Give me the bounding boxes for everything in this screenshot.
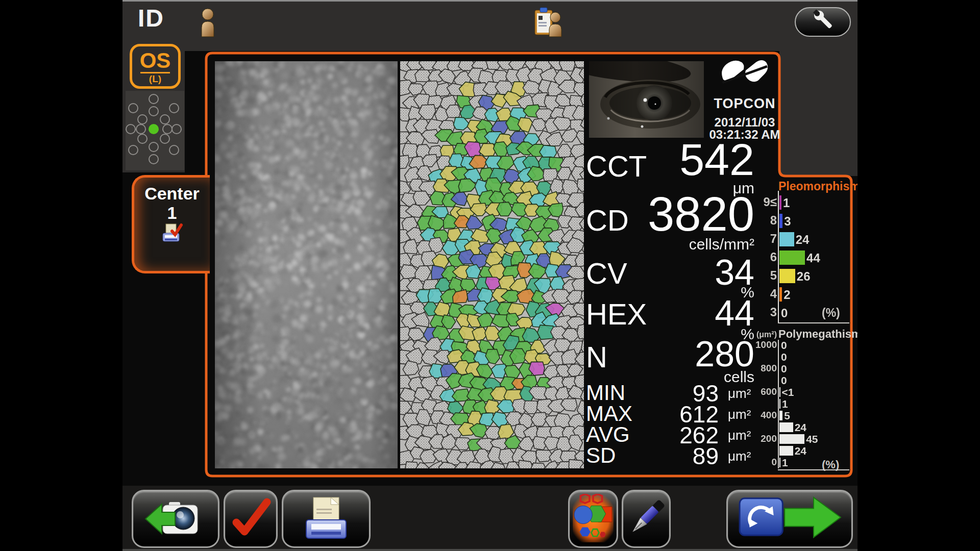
tab-label: Center bbox=[134, 184, 210, 204]
polymegathism-bar-value: 0 bbox=[781, 339, 787, 352]
pleomorphism-bar bbox=[779, 251, 805, 265]
printer-icon bbox=[298, 494, 354, 542]
measure-unit: μm² bbox=[728, 428, 751, 443]
pleomorphism-tick: 6 bbox=[755, 251, 777, 264]
pleomorphism-tick: 4 bbox=[755, 287, 777, 300]
polymegathism-tick: 600 bbox=[755, 387, 777, 397]
polymegathism-x-axis bbox=[778, 469, 849, 470]
annotate-button[interactable] bbox=[622, 490, 671, 548]
pleomorphism-x-axis bbox=[778, 322, 849, 323]
pleomorphism-unit-label: (%) bbox=[822, 306, 840, 320]
polymegathism-bar-value: 24 bbox=[795, 445, 806, 457]
polymegathism-tick: 400 bbox=[755, 410, 777, 420]
camera-back-arrow-icon bbox=[142, 495, 209, 542]
measure-unit: cells bbox=[724, 368, 754, 386]
analyzed-cell-mosaic-image bbox=[400, 61, 584, 468]
chart-title-polymegathism: Polymegathism bbox=[778, 328, 857, 341]
pleomorphism-tick: 7 bbox=[755, 232, 777, 245]
pleomorphism-bar bbox=[779, 214, 782, 228]
pleomorphism-tick: 8 bbox=[755, 214, 777, 227]
polymegathism-bar-value: 24 bbox=[795, 421, 806, 434]
polymegathism-bar bbox=[779, 422, 793, 432]
polymegathism-tick: 800 bbox=[755, 363, 777, 373]
brand-name: TOPCON bbox=[709, 96, 780, 112]
colored-cells-icon bbox=[571, 494, 616, 543]
fixation-point bbox=[138, 115, 147, 124]
fixation-point bbox=[129, 104, 138, 113]
fixation-target-display bbox=[126, 91, 184, 170]
eye-selector-os-button[interactable]: OS (L) bbox=[130, 44, 181, 89]
pleomorphism-bar bbox=[779, 232, 794, 246]
wrench-icon bbox=[807, 8, 838, 34]
pleomorphism-bar-value: 3 bbox=[784, 214, 791, 229]
polymegathism-tick: 200 bbox=[755, 434, 777, 444]
device-screen-stage: ID OS (L) bbox=[0, 0, 980, 551]
pleomorphism-bar bbox=[779, 195, 781, 210]
fountain-pen-icon bbox=[624, 494, 669, 543]
polymegathism-bar-value: 0 bbox=[781, 363, 787, 375]
red-check-icon bbox=[229, 495, 272, 542]
fixation-point bbox=[163, 124, 172, 134]
pleomorphism-y-axis bbox=[778, 191, 779, 323]
print-button[interactable] bbox=[282, 490, 371, 548]
polymegathism-bar bbox=[779, 411, 782, 420]
measure-label: CD bbox=[586, 203, 629, 237]
brand-block: TOPCON bbox=[709, 57, 780, 112]
measure-label: SD bbox=[586, 443, 616, 468]
fixation-point bbox=[169, 104, 179, 113]
fixation-point bbox=[149, 142, 158, 152]
fixation-point bbox=[149, 155, 158, 164]
chart-title-pleomorphism: Pleomorphism bbox=[778, 180, 857, 193]
print-check-icon bbox=[161, 223, 183, 245]
pleomorphism-bar-value: 44 bbox=[806, 251, 820, 265]
fixation-point bbox=[160, 134, 169, 143]
polymegathism-tick: 1000 bbox=[755, 340, 777, 350]
polymegathism-bar-value: <1 bbox=[782, 386, 794, 398]
polymegathism-bar bbox=[779, 434, 804, 444]
export-next-button[interactable] bbox=[726, 490, 853, 548]
polymegathism-bar-value: 0 bbox=[781, 374, 787, 387]
eye-selector-sub-label: (L) bbox=[132, 73, 178, 85]
topcon-logo-icon bbox=[718, 57, 771, 95]
screen-top-highlight bbox=[122, 0, 857, 2]
pleomorphism-bar-value: 26 bbox=[797, 269, 811, 284]
settings-button[interactable] bbox=[795, 7, 851, 37]
polymegathism-bar-value: 1 bbox=[782, 457, 788, 469]
polymegathism-bar-value: 5 bbox=[784, 410, 790, 422]
measure-unit: μm² bbox=[728, 386, 751, 402]
fixation-point bbox=[136, 124, 145, 134]
pleomorphism-bar bbox=[779, 269, 795, 283]
fixation-point bbox=[160, 115, 169, 124]
pleomorphism-bar-value: 24 bbox=[796, 233, 810, 247]
transfer-arrow-icon bbox=[734, 494, 845, 542]
tab-center-1[interactable]: Center 1 bbox=[132, 175, 210, 273]
polymegathism-bar bbox=[779, 399, 780, 409]
patient-id-label: ID bbox=[138, 4, 164, 32]
cell-analysis-display-button[interactable] bbox=[568, 490, 618, 548]
fixation-points bbox=[126, 91, 184, 170]
fixation-point-active bbox=[149, 124, 159, 134]
device-screen: ID OS (L) bbox=[122, 0, 857, 551]
anterior-eye-image bbox=[589, 61, 704, 138]
fixation-point bbox=[149, 107, 158, 116]
fixation-point bbox=[138, 134, 147, 143]
pleomorphism-tick: 3 bbox=[755, 306, 777, 319]
screen-bottom-highlight bbox=[122, 549, 857, 551]
polymegathism-bar-value: 0 bbox=[781, 351, 787, 363]
measure-unit: μm² bbox=[728, 407, 751, 422]
polymegathism-bar-value: 45 bbox=[806, 433, 818, 445]
polymegathism-tick: 0 bbox=[755, 457, 777, 467]
polymegathism-y-axis bbox=[778, 340, 779, 468]
fixation-point bbox=[172, 124, 181, 134]
histogram-panel: Pleomorphism9≤1837246445264230(%)(μm²)Po… bbox=[755, 180, 855, 478]
endothelial-photo-image bbox=[215, 61, 398, 468]
measure-value: 89 bbox=[693, 442, 719, 470]
pleomorphism-tick: 9≤ bbox=[755, 195, 777, 209]
top-bar bbox=[122, 0, 857, 51]
polymegathism-bar bbox=[779, 458, 780, 467]
measure-label: CCT bbox=[586, 149, 647, 183]
polymegathism-bar bbox=[779, 446, 793, 456]
confirm-button[interactable] bbox=[224, 490, 278, 548]
fixation-point bbox=[169, 145, 179, 155]
back-to-capture-button[interactable] bbox=[132, 490, 219, 548]
